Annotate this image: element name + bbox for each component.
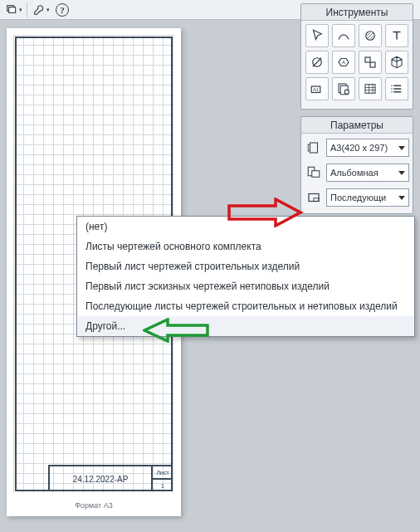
svg-point-11 [344, 90, 349, 94]
tool-line[interactable] [332, 24, 355, 47]
chevron-down-icon [398, 171, 405, 175]
hatch-icon [363, 28, 378, 43]
sheet-footer: Формат A3 [7, 501, 181, 510]
orientation-value: Альбомная [330, 168, 378, 178]
svg-point-14 [391, 88, 393, 90]
template-icon [305, 188, 323, 207]
size-icon [305, 139, 323, 157]
template-value: Последующи [330, 193, 386, 203]
svg-rect-18 [312, 171, 320, 178]
views-icon: A1 [310, 81, 325, 96]
svg-point-13 [391, 85, 393, 87]
red-arrow-annotation [227, 198, 304, 227]
svg-rect-16 [310, 143, 318, 153]
param-row-template: Последующи [305, 187, 409, 208]
tool-table[interactable] [359, 77, 382, 100]
help-icon: ? [56, 3, 69, 17]
tool-text[interactable] [385, 24, 408, 47]
title-block-date: 24.12.2022-АР [50, 466, 153, 491]
table-icon [363, 81, 378, 96]
orientation-select[interactable]: Альбомная [326, 164, 409, 182]
cube-icon [389, 55, 404, 70]
text-icon [389, 28, 404, 43]
instruments-grid: A A1 [305, 24, 409, 100]
tool-3d[interactable] [385, 51, 408, 74]
label-icon: A [336, 55, 351, 70]
tool-views[interactable]: A1 [305, 77, 329, 100]
template-select[interactable]: Последующи [326, 188, 409, 207]
tool-select[interactable] [305, 24, 329, 47]
dimension-icon [310, 55, 325, 70]
green-arrow-annotation [143, 318, 209, 343]
line-icon [336, 28, 351, 43]
svg-rect-12 [365, 85, 375, 94]
param-row-orientation: Альбомная [305, 162, 409, 183]
chevron-down-icon [398, 146, 405, 150]
transform-icon [363, 55, 378, 70]
tool-sheets[interactable] [332, 77, 355, 100]
tool-dimension[interactable] [305, 51, 329, 74]
chevron-down-icon: ▾ [46, 7, 50, 13]
stack-button[interactable]: ▾ [3, 2, 23, 18]
parameters-title: Параметры [301, 117, 413, 134]
instruments-panel: Инструменты A [300, 3, 413, 110]
size-select[interactable]: A3(420 x 297) [326, 139, 409, 157]
tool-hatch[interactable] [359, 24, 382, 47]
dropdown-item[interactable]: Листы чертежей основного комплекта [77, 237, 414, 256]
svg-rect-6 [370, 62, 375, 67]
dropdown-item[interactable]: Первый лист эскизных чертежей нетиповых … [77, 276, 414, 296]
sheets-icon [336, 81, 351, 96]
title-block-side: Лист 1 [153, 466, 173, 491]
chevron-down-icon: ▾ [19, 7, 22, 13]
help-button[interactable]: ? [52, 2, 72, 18]
size-value: A3(420 x 297) [330, 143, 388, 153]
parameters-panel: Параметры A3(420 x 297) Альбомная [300, 116, 413, 214]
title-block-side-top: Лист [153, 466, 173, 480]
title-block: 24.12.2022-АР Лист 1 [48, 465, 173, 491]
instruments-title: Инструменты [301, 4, 413, 21]
wrench-icon [32, 3, 46, 17]
svg-text:A: A [342, 60, 345, 65]
cursor-icon [310, 28, 325, 43]
svg-rect-1 [8, 7, 15, 12]
tool-transform[interactable] [359, 51, 382, 74]
param-row-size: A3(420 x 297) [305, 137, 409, 159]
tool-label[interactable]: A [332, 51, 355, 74]
separator [27, 2, 27, 17]
svg-text:A1: A1 [313, 87, 319, 92]
svg-point-15 [391, 91, 393, 93]
dropdown-item-other[interactable]: Другой... [77, 316, 414, 336]
wrench-button[interactable]: ▾ [31, 2, 51, 18]
dropdown-item[interactable]: Первый лист чертежей строительных издели… [77, 256, 414, 276]
orientation-icon [305, 164, 323, 182]
dropdown-item[interactable]: Последующие листы чертежей строительных … [77, 296, 414, 316]
template-dropdown: (нет) Листы чертежей основного комплекта… [76, 216, 415, 337]
svg-rect-5 [365, 57, 370, 62]
tool-list[interactable] [385, 77, 408, 100]
list-icon [389, 81, 404, 96]
stack-icon [5, 3, 18, 17]
title-block-side-bottom: 1 [153, 480, 173, 491]
chevron-down-icon [398, 196, 405, 200]
